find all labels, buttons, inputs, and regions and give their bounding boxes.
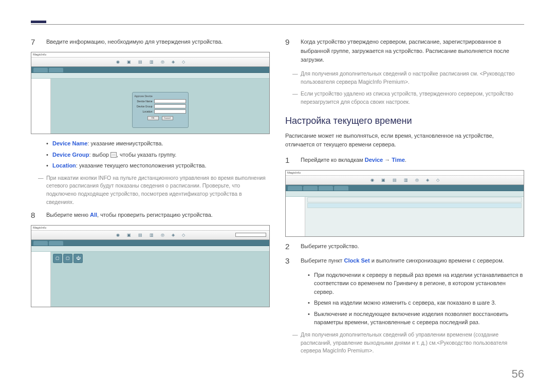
step3-sub-bullets: При подключении к серверу в первый раз в…: [308, 271, 524, 327]
page-columns: 7 Введите информацию, необходимую для ут…: [31, 38, 524, 359]
device-group-post: , чтобы указать группу.: [117, 152, 176, 158]
toolbar-icons: ◉ ▣ ▤ ▥ ◎ ◈ ◇: [371, 178, 439, 182]
ss-toolbar: ◉ ▣ ▤ ▥ ◎ ◈ ◇: [31, 231, 269, 240]
nav-icon: ▣: [127, 60, 131, 64]
dialog-label: Device Group: [135, 105, 153, 108]
sub-bullet: При подключении к серверу в первый раз в…: [308, 271, 524, 296]
ss-body: ▢ ▢ ⏻: [31, 252, 269, 307]
step-num: 7: [31, 38, 40, 47]
nav-icon: ◎: [161, 233, 164, 237]
note-9a: Для получения дополнительных сведений о …: [292, 70, 524, 86]
page-number: 56: [512, 367, 524, 381]
cancel-button: Cancel: [162, 116, 173, 120]
step3-pre: Выберите пункт: [301, 257, 344, 264]
note-9b: Если устройство удалено из списка устрой…: [292, 90, 524, 106]
step-text: Выберите устройство.: [301, 242, 524, 251]
step-text: Выберите пункт Clock Set и выполните син…: [301, 256, 524, 266]
dialog-input: [154, 104, 186, 108]
ss-brand: MagicInfo: [31, 52, 269, 58]
ss-toolbar: ◉ ▣ ▤ ▥ ◎ ◈ ◇: [31, 58, 269, 67]
nav-icon: ◇: [436, 178, 439, 182]
dialog-label: Device Name: [135, 100, 153, 103]
dialog-input: [154, 99, 186, 103]
ss-sidebar: [31, 79, 51, 134]
sub-bullet: Время на изделии можно изменить с сервер…: [308, 298, 524, 307]
ss-tabs: [31, 67, 269, 73]
ok-button: OK: [147, 116, 159, 120]
step8-pre: Выберите меню: [46, 212, 90, 218]
bullet-device-group: Device Group: выбор ⋯, чтобы указать гру…: [46, 151, 270, 159]
left-column: 7 Введите информацию, необходимую для ут…: [31, 38, 270, 359]
nav-icon: ▤: [138, 233, 142, 237]
right-column: 9 Когда устройство утверждено сервером, …: [285, 38, 524, 359]
action-buttons: ▢ ▢ ⏻: [51, 252, 269, 265]
approve-dialog: Approve Device Device Name Device Group …: [132, 92, 189, 128]
ss-main: Approve Device Device Name Device Group …: [51, 79, 269, 134]
nav-icon: ◎: [161, 60, 164, 64]
dialog-title: Approve Device: [135, 95, 186, 98]
ss-tab: [319, 186, 333, 191]
nav-icon: ◎: [415, 178, 419, 182]
ss-subbar: [286, 191, 524, 197]
location-label: Location: [52, 162, 76, 169]
screenshot-device-time: MagicInfo ◉ ▣ ▤ ▥ ◎ ◈ ◇: [285, 170, 524, 237]
nav-icon: ◈: [172, 60, 175, 64]
ss-tab: [303, 186, 318, 191]
step-2: 2 Выберите устройство.: [285, 242, 524, 251]
toolbar-icons: ◉ ▣ ▤ ▥ ◎ ◈ ◇: [116, 60, 185, 64]
step-text: Перейдите ко вкладкам Device → Time.: [301, 156, 524, 165]
section-heading: Настройка текущего времени: [285, 116, 524, 126]
ss-tab: [334, 186, 348, 191]
ss-tab: [33, 68, 48, 72]
nav-icon: ◉: [116, 60, 120, 64]
step-9: 9 Когда устройство утверждено сервером, …: [285, 38, 524, 65]
bullet-location: Location: указание текущего местоположен…: [46, 161, 270, 170]
ss-tabs: [286, 185, 524, 191]
section-intro: Расписание может не выполняться, если вр…: [285, 132, 524, 150]
nav-icon: ▥: [150, 233, 154, 237]
step-8: 8 Выберите меню All, чтобы проверить рег…: [31, 211, 270, 220]
nav-icon: ▥: [404, 178, 408, 182]
step-3: 3 Выберите пункт Clock Set и выполните с…: [285, 256, 524, 266]
dialog-label: Location: [135, 110, 153, 113]
dialog-row: Device Group: [135, 104, 186, 108]
arrow: →: [383, 157, 392, 163]
nav-icon: ◇: [182, 233, 185, 237]
header-rule: [31, 24, 524, 25]
table-row: [307, 203, 522, 208]
ss-brand: MagicInfo: [31, 226, 269, 231]
step-text: Введите информацию, необходимую для утве…: [46, 38, 270, 47]
dialog-row: Device Name: [135, 99, 186, 103]
ss-body: Approve Device Device Name Device Group …: [31, 79, 269, 134]
action-btn: ▢: [63, 254, 72, 263]
step-text: Когда устройство утверждено сервером, ра…: [301, 38, 524, 65]
step3-post: и выполните синхронизацию времени с серв…: [370, 257, 504, 264]
device-name-label: Device Name: [52, 140, 88, 146]
ss-sidebar: [31, 252, 51, 307]
screenshot-approve-device: MagicInfo ◉ ▣ ▤ ▥ ◎ ◈ ◇: [31, 52, 270, 134]
ss-toolbar: ◉ ▣ ▤ ▥ ◎ ◈ ◇: [286, 176, 524, 185]
step-text: Выберите меню All, чтобы проверить регис…: [46, 211, 270, 220]
device-group-pre: : выбор: [89, 152, 110, 158]
search-box: [235, 233, 266, 237]
clock-set-link: Clock Set: [344, 257, 369, 264]
step-num: 8: [31, 211, 40, 220]
dialog-input: [154, 109, 186, 114]
dialog-row: Location: [135, 109, 186, 114]
nav-icon: ▥: [150, 60, 154, 64]
power-icon: ⏻: [73, 254, 83, 263]
step7-bullets: Device Name: указание имениустройства. D…: [46, 139, 270, 170]
bullet-device-name: Device Name: указание имениустройства.: [46, 139, 270, 148]
nav-icon: ▤: [393, 178, 397, 182]
all-link: All: [90, 212, 97, 218]
sub-bullet: Выключение и последующее включение издел…: [308, 310, 524, 327]
step-num: 3: [285, 256, 294, 266]
nav-icon: ◉: [371, 178, 374, 182]
ss-tab: [49, 68, 63, 72]
ss-brand: MagicInfo: [286, 171, 524, 176]
ss-body: [286, 197, 524, 236]
ss-subbar: [31, 73, 269, 79]
nav-icon: ◇: [182, 60, 185, 64]
device-name-text: : указание имениустройства.: [88, 140, 163, 146]
action-btn: ▢: [53, 254, 62, 263]
